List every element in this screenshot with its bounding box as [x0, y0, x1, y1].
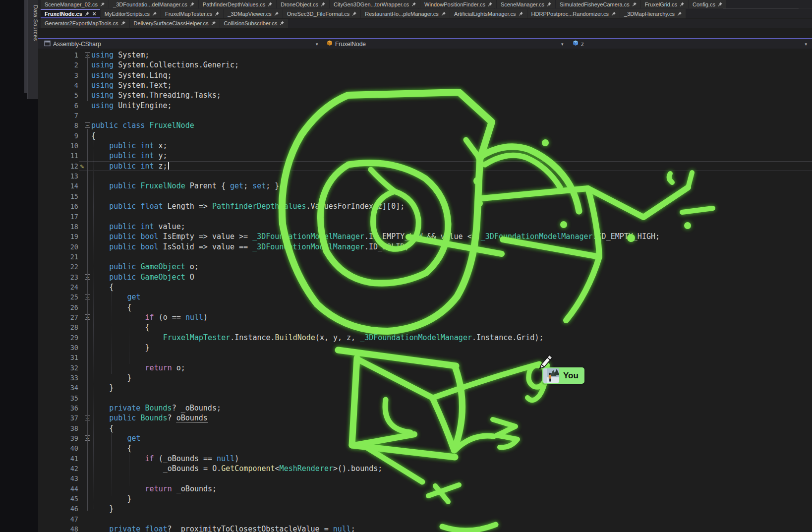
breadcrumb-class[interactable]: FruxelNode — [327, 39, 366, 49]
code-line[interactable]: 31 — [38, 353, 812, 362]
code-line[interactable]: 18public int value; — [38, 222, 812, 232]
code-line[interactable]: 3using System.Linq; — [38, 70, 812, 80]
code-line[interactable]: 23−public GameObject O — [38, 272, 812, 282]
code-line[interactable]: 37−public Bounds? oBounds — [38, 413, 812, 423]
code-line[interactable]: 41if (_oBounds == null) — [38, 454, 812, 464]
tab-HDRPPostproc...Randomizer.cs[interactable]: HDRPPostproc...Randomizer.cs — [527, 9, 620, 18]
pin-icon[interactable] — [121, 21, 125, 26]
code-line[interactable]: 44return _oBounds; — [38, 484, 812, 494]
tab-Config.cs[interactable]: Config.cs — [689, 0, 726, 8]
pin-icon[interactable] — [632, 2, 637, 7]
code-line[interactable]: 33} — [38, 373, 812, 383]
code-line[interactable]: 48private float? proximityToClosestObsta… — [38, 524, 812, 532]
breadcrumb-project[interactable]: Assembly-CSharp — [44, 39, 101, 49]
tab-CityGen3DGen...torWrapper.cs[interactable]: CityGen3DGen...torWrapper.cs — [330, 0, 420, 8]
pin-icon[interactable] — [85, 11, 89, 16]
tab-FruxelGrid.cs[interactable]: FruxelGrid.cs — [641, 0, 688, 8]
code-line[interactable]: 27−if (o == null) — [38, 312, 812, 322]
pin-icon[interactable] — [547, 2, 551, 7]
tab-_3DMapViewer.cs[interactable]: _3DMapViewer.cs — [224, 9, 282, 18]
code-line[interactable]: 36private Bounds? _oBounds; — [38, 403, 812, 413]
pin-icon[interactable] — [152, 11, 157, 16]
code-line[interactable]: 21 — [38, 252, 812, 262]
code-line[interactable]: 42_oBounds = O.GetComponent<MeshRenderer… — [38, 464, 812, 473]
tab-OneSec3D_FileFormat.cs[interactable]: OneSec3D_FileFormat.cs — [283, 9, 361, 18]
code-line[interactable]: 22public GameObject o; — [38, 262, 812, 272]
code-line[interactable]: 38{ — [38, 423, 812, 433]
code-line[interactable]: 14public FruxelNode Parent { get; set; } — [38, 181, 812, 191]
code-line[interactable]: 1−using System; — [38, 50, 812, 60]
code-line[interactable]: 15 — [38, 191, 812, 201]
tab-PathfinderDepthValues.cs[interactable]: PathfinderDepthValues.cs — [199, 0, 276, 8]
pin-icon[interactable] — [488, 2, 492, 7]
tab-SimulatedFisheyeCamera.cs[interactable]: SimulatedFisheyeCamera.cs — [556, 0, 640, 8]
breadcrumb-member[interactable]: z — [573, 39, 584, 49]
code-line[interactable]: 8−public class FruxelNode — [38, 120, 812, 130]
code-line[interactable]: 39−get — [38, 433, 812, 443]
breadcrumb-overflow[interactable]: ▾ — [805, 39, 807, 49]
code-line[interactable]: 34} — [38, 383, 812, 393]
pin-icon[interactable] — [321, 2, 325, 7]
tab-FruxelNode.cs[interactable]: FruxelNode.cs× — [41, 9, 100, 18]
pin-icon[interactable] — [280, 21, 284, 26]
tab-_3DFoundatio...delManager.cs[interactable]: _3DFoundatio...delManager.cs — [109, 0, 198, 8]
tab-CollisionSubscriber.cs[interactable]: CollisionSubscriber.cs — [220, 19, 289, 28]
tab-SceneManager_02.cs[interactable]: SceneManager_02.cs — [41, 0, 109, 8]
code-line[interactable]: 2using System.Collections.Generic; — [38, 60, 812, 70]
code-line[interactable]: 40{ — [38, 443, 812, 453]
tab-DroneObject.cs[interactable]: DroneObject.cs — [277, 0, 329, 8]
code-line[interactable]: 43 — [38, 473, 812, 483]
pin-icon[interactable] — [680, 2, 684, 7]
tab-WindowPositionFinder.cs[interactable]: WindowPositionFinder.cs — [420, 0, 496, 8]
pin-icon[interactable] — [211, 21, 216, 26]
code-line[interactable]: 46} — [38, 504, 812, 514]
tab-Generator2ExportMapTools.cs[interactable]: Generator2ExportMapTools.cs — [41, 19, 129, 28]
code-line[interactable]: 29FruxelMapTester.Instance.BuildNode(x, … — [38, 333, 812, 343]
code-line[interactable]: 13 — [38, 171, 812, 181]
tab-DeliverySurfaceClassHelper.cs[interactable]: DeliverySurfaceClassHelper.cs — [130, 19, 220, 28]
pin-icon[interactable] — [611, 11, 616, 16]
code-line[interactable]: 30} — [38, 343, 812, 353]
code-line[interactable]: 35 — [38, 393, 812, 403]
fold-collapse-button[interactable]: − — [85, 122, 90, 128]
pin-icon[interactable] — [190, 2, 194, 7]
pin-icon[interactable] — [441, 11, 446, 16]
pin-icon[interactable] — [268, 2, 272, 7]
code-line[interactable]: 32return o; — [38, 363, 812, 373]
code-line[interactable]: 45} — [38, 494, 812, 504]
pin-icon[interactable] — [411, 2, 416, 7]
breadcrumb-class-dropdown[interactable]: ▾ — [561, 39, 564, 49]
code-line[interactable]: 7 — [38, 111, 812, 120]
pin-icon[interactable] — [215, 11, 219, 16]
tab-FruxelMapTester.cs[interactable]: FruxelMapTester.cs — [161, 9, 223, 18]
code-line[interactable]: 16public float Length => PathfinderDepth… — [38, 201, 812, 211]
code-line[interactable]: 19public bool IsEmpty => value >= _3DFou… — [38, 232, 812, 241]
code-line[interactable]: 10public int x; — [38, 141, 812, 151]
code-line[interactable]: 28{ — [38, 322, 812, 332]
pin-icon[interactable] — [677, 11, 682, 16]
pin-icon[interactable] — [274, 11, 279, 16]
code-line[interactable]: 11public int y; — [38, 151, 812, 161]
code-line[interactable]: 47 — [38, 514, 812, 524]
pin-icon[interactable] — [100, 2, 105, 7]
tab-SceneManager.cs[interactable]: SceneManager.cs — [497, 0, 555, 8]
code-line[interactable]: 9{ — [38, 131, 812, 141]
code-line[interactable]: 17 — [38, 212, 812, 222]
tab-MyEditorScripts.cs[interactable]: MyEditorScripts.cs — [101, 9, 161, 18]
close-icon[interactable]: × — [92, 11, 96, 17]
tab-_3DMapHierarchy.cs[interactable]: _3DMapHierarchy.cs — [620, 9, 686, 18]
code-line[interactable]: 12✎public int z; — [38, 161, 812, 171]
tab-ArtificialLightsManager.cs[interactable]: ArtificialLightsManager.cs — [450, 9, 527, 18]
code-line[interactable]: 5using System.Threading.Tasks; — [38, 90, 812, 100]
code-line[interactable]: 4using System.Text; — [38, 80, 812, 90]
code-line[interactable]: 6using UnityEngine; — [38, 101, 812, 111]
tab-RestaurantHo...pleManager.cs[interactable]: RestaurantHo...pleManager.cs — [361, 9, 450, 18]
code-editor[interactable]: 1−using System;2using System.Collections… — [38, 49, 812, 532]
code-line[interactable]: 25−get — [38, 292, 812, 302]
pin-icon[interactable] — [352, 11, 356, 16]
pin-icon[interactable] — [718, 2, 722, 7]
code-line[interactable]: 24{ — [38, 282, 812, 292]
pin-icon[interactable] — [519, 11, 523, 16]
code-line[interactable]: 26{ — [38, 302, 812, 312]
breadcrumb-project-dropdown[interactable]: ▾ — [316, 39, 318, 49]
